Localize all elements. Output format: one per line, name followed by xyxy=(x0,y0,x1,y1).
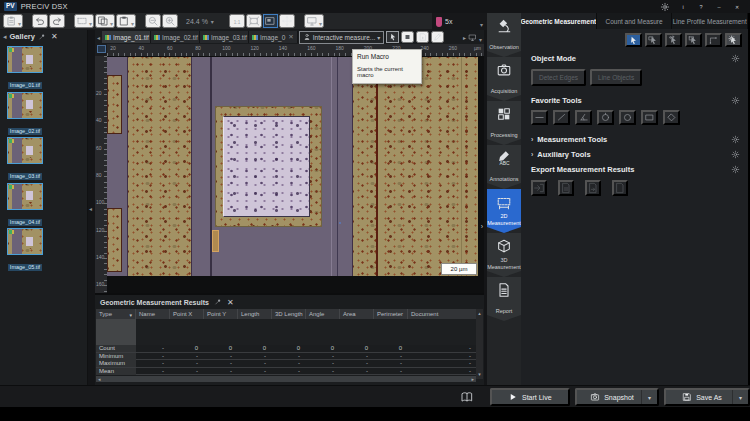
settings-icon[interactable] xyxy=(658,1,672,12)
expand-chevron-icon[interactable]: › xyxy=(531,151,533,158)
table-row[interactable]: Maximum--------- xyxy=(96,360,477,368)
gear-icon[interactable] xyxy=(731,150,740,159)
cursor-select-icon[interactable] xyxy=(386,31,399,43)
scroll-right-icon[interactable]: ▸ xyxy=(471,377,474,382)
sidebar-tab-acquisition[interactable]: Acquisition xyxy=(487,57,521,101)
tool-diagonal-icon[interactable] xyxy=(553,110,570,125)
gallery-item[interactable]: Image_05.tif xyxy=(7,228,43,273)
undo-icon[interactable] xyxy=(32,14,48,28)
column-header[interactable]: Type▾ xyxy=(96,309,136,319)
footer-button-main[interactable]: Start Live xyxy=(492,390,566,404)
column-header[interactable]: 3D Length xyxy=(272,309,306,319)
document-tab[interactable]: Image_03.tif✕ xyxy=(200,31,249,43)
tab-geometric-measurement[interactable]: Geometric Measurement xyxy=(521,13,597,29)
display-settings-icon[interactable] xyxy=(304,14,324,28)
cursor-select-icon[interactable] xyxy=(625,33,642,47)
copy-icon[interactable] xyxy=(95,14,115,28)
info-icon[interactable]: i xyxy=(676,1,690,12)
cursor-multi-icon[interactable] xyxy=(665,33,682,47)
gallery-thumbnail[interactable] xyxy=(7,137,43,164)
tab-scroll-right-icon[interactable]: ▸ xyxy=(463,34,466,41)
gallery-thumbnail[interactable] xyxy=(7,92,43,119)
gallery-thumbnail[interactable] xyxy=(7,183,43,210)
snapshot-button[interactable]: Snapshot xyxy=(575,388,659,406)
scroll-left-icon[interactable]: ◂ xyxy=(98,377,101,382)
line-objects-button[interactable]: Line Objects xyxy=(590,69,642,86)
column-header[interactable]: Document xyxy=(408,309,477,319)
document-tab[interactable]: Image_02.tif✕ xyxy=(151,31,200,43)
run-macro-icon[interactable] xyxy=(416,31,429,43)
sidebar-tab-3d-measurement[interactable]: 3DMeasurement xyxy=(487,233,521,277)
paste-icon[interactable] xyxy=(116,14,136,28)
display-options-icon[interactable] xyxy=(468,33,477,42)
close-icon[interactable]: ✕ xyxy=(730,1,744,12)
column-header[interactable]: Area xyxy=(340,309,374,319)
sidebar-tab-processing[interactable]: Processing xyxy=(487,101,521,145)
image-canvas[interactable]: 20 µm ⌄ › xyxy=(107,56,484,320)
gallery-item-label[interactable]: Image_01.tif xyxy=(8,82,42,89)
column-header[interactable]: Length xyxy=(238,309,272,319)
cursor-shape-icon[interactable] xyxy=(645,33,662,47)
corner-measure-icon[interactable] xyxy=(705,33,722,47)
section-measurement-tools[interactable]: ›Measurement Tools xyxy=(521,131,748,146)
tool-line-icon[interactable] xyxy=(531,110,548,125)
gear-icon[interactable] xyxy=(731,165,740,174)
close-icon[interactable]: ✕ xyxy=(227,298,234,307)
select-rectangle-icon[interactable] xyxy=(74,14,94,28)
zoom-level-dropdown[interactable]: 24.4 % xyxy=(183,17,217,26)
redo-icon[interactable] xyxy=(49,14,65,28)
footer-button-main[interactable]: Save As xyxy=(666,390,732,404)
gallery-item[interactable]: Image_04.tif xyxy=(7,183,43,228)
pin-icon[interactable] xyxy=(38,33,46,41)
gallery-item[interactable]: Image_03.tif xyxy=(7,137,43,182)
tool-rectangle-icon[interactable] xyxy=(641,110,658,125)
actual-size-icon[interactable]: 1:1 xyxy=(229,14,245,28)
sidebar-tab-report[interactable]: Report xyxy=(487,277,521,321)
horizontal-scrollbar[interactable]: ◂▸ xyxy=(96,376,476,382)
table-row[interactable]: Count-0000000- xyxy=(96,345,477,353)
column-header[interactable]: Angle xyxy=(306,309,340,319)
close-icon[interactable]: ✕ xyxy=(51,32,58,41)
tool-arc-icon[interactable] xyxy=(597,110,614,125)
gallery-thumbnail[interactable] xyxy=(7,46,43,73)
export-run-icon[interactable] xyxy=(531,180,547,196)
tool-mode-dropdown[interactable]: Interactive measure... xyxy=(299,31,385,44)
gear-icon[interactable] xyxy=(731,96,740,105)
gallery-item-label[interactable]: Image_04.tif xyxy=(8,219,42,226)
gallery-item[interactable]: Image_01.tif xyxy=(7,46,43,91)
tool-angle-icon[interactable] xyxy=(575,110,592,125)
help-book-icon[interactable] xyxy=(460,390,474,404)
column-header[interactable]: Name xyxy=(136,309,170,319)
export-file-csv-icon[interactable] xyxy=(558,180,574,196)
tab-line-profile-measurement[interactable]: Line Profile Measurement xyxy=(672,13,748,29)
report-macro-icon[interactable] xyxy=(3,14,23,28)
gallery-item-label[interactable]: Image_05.tif xyxy=(8,264,42,271)
column-header[interactable]: Point Y xyxy=(204,309,238,319)
minimize-icon[interactable]: – xyxy=(712,1,726,12)
tab-count-and-measure[interactable]: Count and Measure xyxy=(597,13,673,29)
help-icon[interactable]: ? xyxy=(694,1,708,12)
gear-icon[interactable] xyxy=(731,135,740,144)
pin-icon[interactable] xyxy=(214,298,222,306)
collapse-handle-icon[interactable]: ◂ xyxy=(89,205,92,212)
scroll-right-icon[interactable]: › xyxy=(481,223,483,230)
gallery-item-label[interactable]: Image_02.tif xyxy=(8,128,42,135)
gallery-thumbnail[interactable] xyxy=(7,228,43,255)
fit-to-screen-icon[interactable] xyxy=(246,14,262,28)
scroll-up-icon[interactable]: ▴ xyxy=(478,311,481,316)
cursor-settings-icon[interactable] xyxy=(725,33,742,47)
close-icon[interactable]: ✕ xyxy=(288,33,293,41)
chevron-down-icon[interactable] xyxy=(641,390,657,404)
export-file-arrow-icon[interactable] xyxy=(585,180,601,196)
section-auxiliary-tools[interactable]: ›Auxiliary Tools xyxy=(521,146,748,161)
navigator-toggle-icon[interactable] xyxy=(97,45,106,53)
pan-mode-icon[interactable] xyxy=(279,14,295,28)
panel-splitter[interactable]: ◂ xyxy=(88,30,95,385)
zoom-out-icon[interactable] xyxy=(145,14,161,28)
collapse-left-icon[interactable]: ◂ xyxy=(3,33,7,41)
detect-edges-button[interactable]: Detect Edges xyxy=(531,69,586,86)
table-row[interactable]: Mean--------- xyxy=(96,368,477,376)
zoom-in-icon[interactable] xyxy=(162,14,178,28)
export-file-plain-icon[interactable] xyxy=(612,180,628,196)
column-header[interactable]: Perimeter xyxy=(374,309,408,319)
